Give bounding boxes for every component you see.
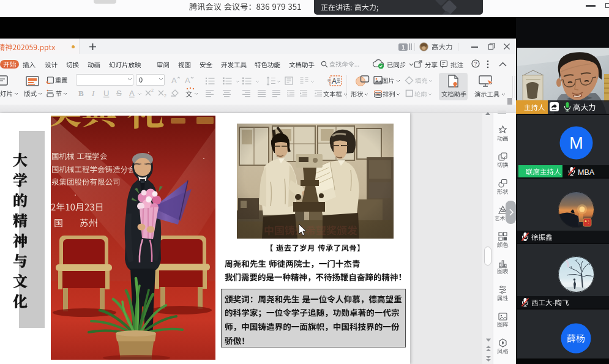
svg-text:A: A: [171, 76, 177, 85]
svg-text:A: A: [129, 89, 135, 98]
svg-text:2: 2: [164, 94, 166, 98]
svg-text:I: I: [91, 89, 95, 98]
svg-text:U: U: [103, 89, 109, 98]
svg-text:?: ?: [474, 61, 477, 67]
svg-text:B: B: [78, 89, 84, 98]
svg-text:MBA: MBA: [578, 168, 595, 177]
svg-text:A: A: [332, 77, 337, 86]
svg-text:S: S: [116, 89, 122, 98]
svg-text:A: A: [185, 76, 190, 85]
svg-text:M: M: [569, 134, 583, 152]
svg-text:2: 2: [151, 88, 154, 92]
